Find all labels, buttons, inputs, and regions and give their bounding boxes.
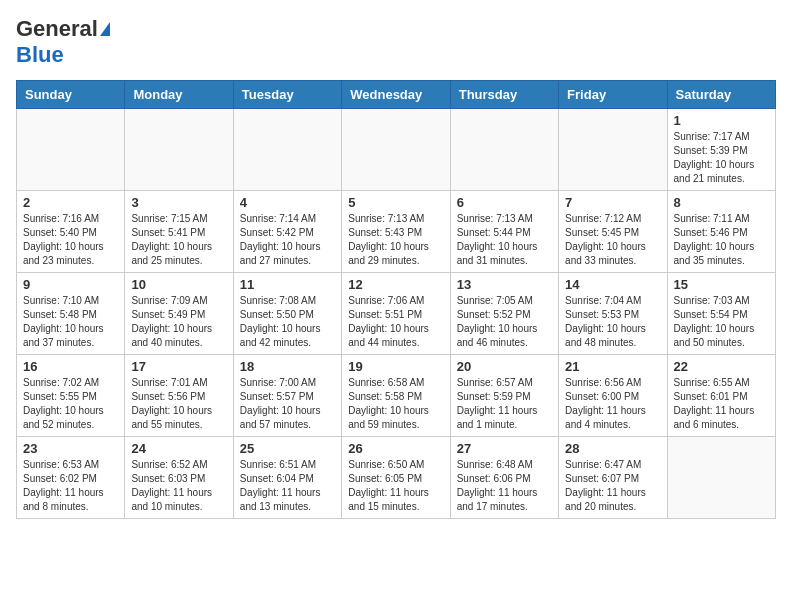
day-info: Sunrise: 7:06 AM Sunset: 5:51 PM Dayligh… [348,294,443,350]
calendar-cell: 9Sunrise: 7:10 AM Sunset: 5:48 PM Daylig… [17,273,125,355]
weekday-header-sunday: Sunday [17,81,125,109]
logo-general-text: General [16,16,98,42]
day-number: 22 [674,359,769,374]
day-info: Sunrise: 7:08 AM Sunset: 5:50 PM Dayligh… [240,294,335,350]
day-info: Sunrise: 6:58 AM Sunset: 5:58 PM Dayligh… [348,376,443,432]
calendar-cell [667,437,775,519]
calendar-week-row: 9Sunrise: 7:10 AM Sunset: 5:48 PM Daylig… [17,273,776,355]
day-info: Sunrise: 6:47 AM Sunset: 6:07 PM Dayligh… [565,458,660,514]
day-info: Sunrise: 7:05 AM Sunset: 5:52 PM Dayligh… [457,294,552,350]
day-info: Sunrise: 6:57 AM Sunset: 5:59 PM Dayligh… [457,376,552,432]
day-number: 9 [23,277,118,292]
calendar-cell: 22Sunrise: 6:55 AM Sunset: 6:01 PM Dayli… [667,355,775,437]
day-info: Sunrise: 7:04 AM Sunset: 5:53 PM Dayligh… [565,294,660,350]
day-number: 15 [674,277,769,292]
weekday-header-friday: Friday [559,81,667,109]
calendar-cell: 20Sunrise: 6:57 AM Sunset: 5:59 PM Dayli… [450,355,558,437]
calendar-cell: 5Sunrise: 7:13 AM Sunset: 5:43 PM Daylig… [342,191,450,273]
logo-triangle-icon [100,22,110,36]
day-info: Sunrise: 7:11 AM Sunset: 5:46 PM Dayligh… [674,212,769,268]
calendar-cell: 25Sunrise: 6:51 AM Sunset: 6:04 PM Dayli… [233,437,341,519]
calendar-cell [17,109,125,191]
calendar-cell: 11Sunrise: 7:08 AM Sunset: 5:50 PM Dayli… [233,273,341,355]
calendar-cell [342,109,450,191]
day-info: Sunrise: 7:14 AM Sunset: 5:42 PM Dayligh… [240,212,335,268]
calendar-cell: 17Sunrise: 7:01 AM Sunset: 5:56 PM Dayli… [125,355,233,437]
calendar-cell: 23Sunrise: 6:53 AM Sunset: 6:02 PM Dayli… [17,437,125,519]
day-info: Sunrise: 7:15 AM Sunset: 5:41 PM Dayligh… [131,212,226,268]
day-info: Sunrise: 6:55 AM Sunset: 6:01 PM Dayligh… [674,376,769,432]
calendar-cell: 26Sunrise: 6:50 AM Sunset: 6:05 PM Dayli… [342,437,450,519]
day-info: Sunrise: 6:53 AM Sunset: 6:02 PM Dayligh… [23,458,118,514]
day-info: Sunrise: 7:13 AM Sunset: 5:43 PM Dayligh… [348,212,443,268]
calendar-cell: 6Sunrise: 7:13 AM Sunset: 5:44 PM Daylig… [450,191,558,273]
day-number: 6 [457,195,552,210]
day-info: Sunrise: 7:17 AM Sunset: 5:39 PM Dayligh… [674,130,769,186]
day-number: 10 [131,277,226,292]
day-info: Sunrise: 7:00 AM Sunset: 5:57 PM Dayligh… [240,376,335,432]
logo: General Blue [16,16,110,68]
calendar-cell: 12Sunrise: 7:06 AM Sunset: 5:51 PM Dayli… [342,273,450,355]
weekday-header-row: SundayMondayTuesdayWednesdayThursdayFrid… [17,81,776,109]
logo-blue-text: Blue [16,42,64,68]
day-number: 2 [23,195,118,210]
calendar-cell: 4Sunrise: 7:14 AM Sunset: 5:42 PM Daylig… [233,191,341,273]
calendar-week-row: 16Sunrise: 7:02 AM Sunset: 5:55 PM Dayli… [17,355,776,437]
day-number: 13 [457,277,552,292]
calendar-cell: 21Sunrise: 6:56 AM Sunset: 6:00 PM Dayli… [559,355,667,437]
day-info: Sunrise: 6:50 AM Sunset: 6:05 PM Dayligh… [348,458,443,514]
day-info: Sunrise: 7:16 AM Sunset: 5:40 PM Dayligh… [23,212,118,268]
calendar-cell: 16Sunrise: 7:02 AM Sunset: 5:55 PM Dayli… [17,355,125,437]
weekday-header-thursday: Thursday [450,81,558,109]
day-info: Sunrise: 6:52 AM Sunset: 6:03 PM Dayligh… [131,458,226,514]
calendar-cell: 7Sunrise: 7:12 AM Sunset: 5:45 PM Daylig… [559,191,667,273]
day-number: 5 [348,195,443,210]
day-number: 17 [131,359,226,374]
calendar-week-row: 23Sunrise: 6:53 AM Sunset: 6:02 PM Dayli… [17,437,776,519]
calendar-cell: 10Sunrise: 7:09 AM Sunset: 5:49 PM Dayli… [125,273,233,355]
calendar-week-row: 2Sunrise: 7:16 AM Sunset: 5:40 PM Daylig… [17,191,776,273]
calendar-cell: 28Sunrise: 6:47 AM Sunset: 6:07 PM Dayli… [559,437,667,519]
day-number: 3 [131,195,226,210]
weekday-header-saturday: Saturday [667,81,775,109]
day-number: 25 [240,441,335,456]
calendar-cell: 13Sunrise: 7:05 AM Sunset: 5:52 PM Dayli… [450,273,558,355]
day-info: Sunrise: 7:01 AM Sunset: 5:56 PM Dayligh… [131,376,226,432]
day-number: 11 [240,277,335,292]
day-info: Sunrise: 7:13 AM Sunset: 5:44 PM Dayligh… [457,212,552,268]
day-number: 20 [457,359,552,374]
calendar-cell: 14Sunrise: 7:04 AM Sunset: 5:53 PM Dayli… [559,273,667,355]
day-number: 18 [240,359,335,374]
weekday-header-wednesday: Wednesday [342,81,450,109]
calendar-cell [125,109,233,191]
day-number: 19 [348,359,443,374]
day-number: 24 [131,441,226,456]
day-info: Sunrise: 6:48 AM Sunset: 6:06 PM Dayligh… [457,458,552,514]
calendar-cell [233,109,341,191]
calendar-cell [559,109,667,191]
day-number: 27 [457,441,552,456]
day-info: Sunrise: 7:10 AM Sunset: 5:48 PM Dayligh… [23,294,118,350]
day-number: 14 [565,277,660,292]
day-number: 12 [348,277,443,292]
calendar-cell: 18Sunrise: 7:00 AM Sunset: 5:57 PM Dayli… [233,355,341,437]
day-info: Sunrise: 6:51 AM Sunset: 6:04 PM Dayligh… [240,458,335,514]
day-number: 7 [565,195,660,210]
day-info: Sunrise: 7:02 AM Sunset: 5:55 PM Dayligh… [23,376,118,432]
calendar-cell [450,109,558,191]
day-number: 26 [348,441,443,456]
calendar-cell: 2Sunrise: 7:16 AM Sunset: 5:40 PM Daylig… [17,191,125,273]
calendar-cell: 19Sunrise: 6:58 AM Sunset: 5:58 PM Dayli… [342,355,450,437]
day-number: 21 [565,359,660,374]
page-header: General Blue [16,16,776,68]
day-info: Sunrise: 7:09 AM Sunset: 5:49 PM Dayligh… [131,294,226,350]
calendar-table: SundayMondayTuesdayWednesdayThursdayFrid… [16,80,776,519]
day-number: 4 [240,195,335,210]
day-number: 1 [674,113,769,128]
day-number: 28 [565,441,660,456]
calendar-cell: 27Sunrise: 6:48 AM Sunset: 6:06 PM Dayli… [450,437,558,519]
day-info: Sunrise: 7:03 AM Sunset: 5:54 PM Dayligh… [674,294,769,350]
day-number: 16 [23,359,118,374]
calendar-cell: 8Sunrise: 7:11 AM Sunset: 5:46 PM Daylig… [667,191,775,273]
calendar-cell: 3Sunrise: 7:15 AM Sunset: 5:41 PM Daylig… [125,191,233,273]
